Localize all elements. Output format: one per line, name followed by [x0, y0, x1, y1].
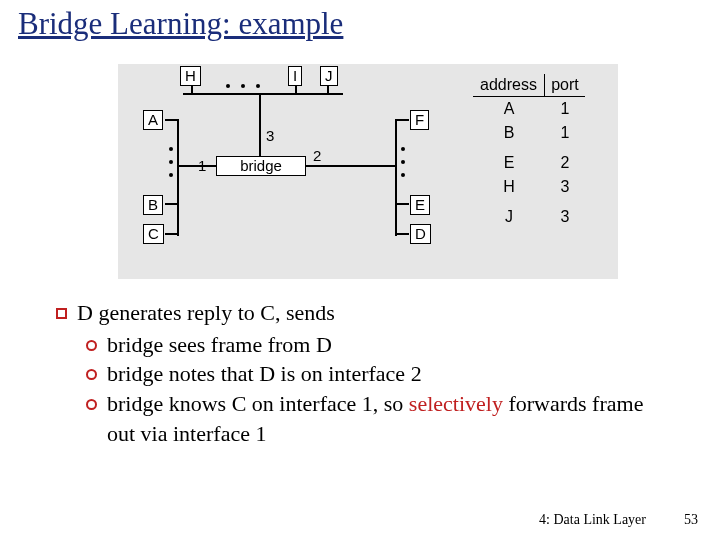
table-row: E 2 — [473, 151, 585, 175]
bullet-sub-3: bridge knows C on interface 1, so select… — [107, 389, 676, 448]
bullet-sub-2: bridge notes that D is on interface 2 — [107, 359, 422, 389]
svg-point-2 — [226, 84, 230, 88]
footer-page: 53 — [684, 512, 698, 528]
svg-point-21 — [401, 160, 405, 164]
slide-title: Bridge Learning: example — [18, 6, 343, 42]
port-label-1: 1 — [198, 157, 206, 174]
bullet-square-icon — [56, 308, 67, 319]
table-row: B 1 — [473, 121, 585, 145]
table-cell: 1 — [545, 121, 585, 145]
table-cell: 3 — [545, 205, 585, 229]
node-b: B — [143, 195, 163, 215]
footer-chapter: 4: Data Link Layer — [539, 512, 646, 528]
table-header-address: address — [473, 74, 545, 96]
table-row: J 3 — [473, 205, 585, 229]
table-cell: E — [473, 151, 545, 175]
bullet-sub-3-highlight: selectively — [409, 391, 503, 416]
node-f: F — [410, 110, 429, 130]
table-cell: H — [473, 175, 545, 199]
bullet-sub-3a: bridge knows C on interface 1, so — [107, 391, 409, 416]
svg-point-13 — [169, 160, 173, 164]
table-row: H 3 — [473, 175, 585, 199]
node-c: C — [143, 224, 164, 244]
node-d: D — [410, 224, 431, 244]
port-label-2: 2 — [313, 147, 321, 164]
table-cell: J — [473, 205, 545, 229]
bullet-circle-icon — [86, 399, 97, 410]
bridge-box: bridge — [216, 156, 306, 176]
node-j: J — [320, 66, 338, 86]
svg-point-20 — [401, 147, 405, 151]
learning-table: address port A 1 B 1 E 2 H 3 J 3 — [473, 74, 585, 229]
bullet-sub-1: bridge sees frame from D — [107, 330, 332, 360]
table-cell: B — [473, 121, 545, 145]
svg-point-3 — [241, 84, 245, 88]
svg-point-4 — [256, 84, 260, 88]
table-cell: 1 — [545, 97, 585, 121]
svg-point-14 — [169, 173, 173, 177]
table-header-port: port — [545, 74, 585, 96]
node-e: E — [410, 195, 430, 215]
network-diagram: H I J A F B E C D bridge 1 2 3 address p… — [118, 64, 618, 279]
svg-point-12 — [169, 147, 173, 151]
table-cell: 2 — [545, 151, 585, 175]
bullet-circle-icon — [86, 340, 97, 351]
svg-point-22 — [401, 173, 405, 177]
node-a: A — [143, 110, 163, 130]
node-i: I — [288, 66, 302, 86]
bullet-list: D generates reply to C, sends bridge see… — [56, 298, 676, 448]
table-cell: A — [473, 97, 545, 121]
table-row: A 1 — [473, 97, 585, 121]
node-h: H — [180, 66, 201, 86]
bullet-main: D generates reply to C, sends — [77, 298, 335, 328]
table-cell: 3 — [545, 175, 585, 199]
bullet-circle-icon — [86, 369, 97, 380]
port-label-3: 3 — [266, 127, 274, 144]
